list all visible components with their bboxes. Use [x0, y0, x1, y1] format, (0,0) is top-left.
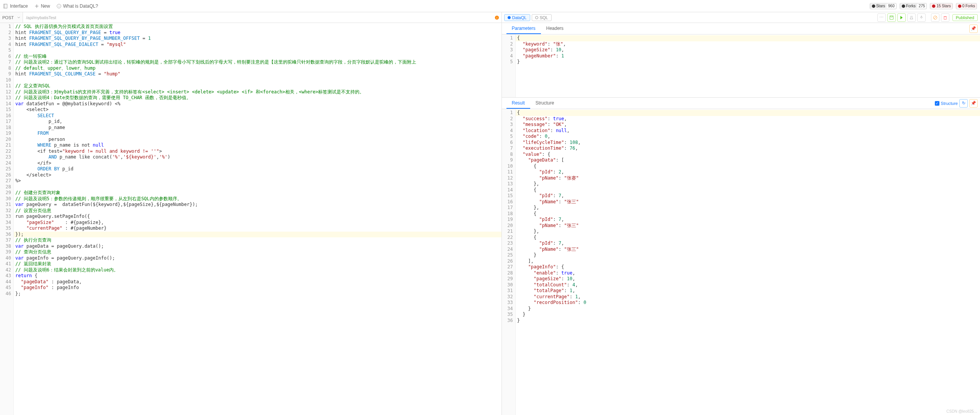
- gitee-forks-badge[interactable]: 0 Forks: [956, 3, 977, 9]
- trash-icon: [943, 15, 947, 20]
- top-header: Interface New i What is DataQL? Stars 96…: [0, 0, 980, 12]
- svg-rect-0: [4, 4, 7, 8]
- flask-icon: [909, 15, 914, 20]
- radio-icon: [535, 16, 538, 19]
- plus-icon: [34, 3, 39, 9]
- tab-result[interactable]: Result: [506, 98, 530, 109]
- main-gutter: 1234567891011121314151617181920212223242…: [0, 23, 14, 415]
- left-pane: POST i 123456789101112131415161718192021…: [0, 12, 502, 415]
- params-tabs: Parameters Headers 📌: [502, 23, 980, 34]
- right-pane: DataQL SQL ⋯: [502, 12, 980, 415]
- svg-point-6: [872, 4, 875, 8]
- ban-icon: [933, 15, 938, 20]
- tab-dataql[interactable]: DataQL: [504, 14, 530, 21]
- delete-button[interactable]: [941, 13, 949, 22]
- interface-button[interactable]: Interface: [3, 3, 28, 9]
- lang-tabs-bar: DataQL SQL ⋯: [502, 12, 980, 23]
- params-code[interactable]: { "keyword": "张", "pageSize": 10, "pageN…: [516, 34, 980, 97]
- save-button[interactable]: [887, 13, 896, 22]
- gitee-stars-badge[interactable]: 15 Stars: [930, 3, 952, 9]
- radio-icon: [508, 16, 511, 19]
- gitee-icon: [932, 4, 936, 8]
- svg-rect-16: [944, 16, 946, 19]
- gitee-icon: [958, 4, 962, 8]
- url-input[interactable]: [23, 12, 492, 23]
- result-gutter: 1234567891011121314151617181920212223242…: [502, 109, 516, 415]
- new-button[interactable]: New: [34, 3, 50, 9]
- result-editor[interactable]: 1234567891011121314151617181920212223242…: [502, 109, 980, 415]
- params-gutter: 12345: [502, 34, 516, 97]
- info-icon: i: [56, 3, 62, 9]
- svg-point-9: [958, 4, 961, 8]
- run-button[interactable]: [897, 13, 906, 22]
- smoke-button[interactable]: [907, 13, 916, 22]
- what-is-button[interactable]: i What is DataQL?: [56, 3, 98, 9]
- tab-sql[interactable]: SQL: [532, 14, 552, 21]
- new-label: New: [41, 3, 50, 9]
- svg-line-15: [934, 16, 936, 19]
- published-badge: Published: [952, 14, 978, 21]
- github-icon: [902, 4, 905, 8]
- params-editor[interactable]: 12345 { "keyword": "张", "pageSize": 10, …: [502, 34, 980, 97]
- main-code[interactable]: // SQL 执行器切换为分页模式及首页页面设置hint FRAGMENT_SQ…: [14, 23, 501, 415]
- header-right: Stars 960 Forks 275 15 Stars 0 Forks: [870, 3, 977, 9]
- refresh-icon[interactable]: ↻: [959, 99, 968, 108]
- result-code[interactable]: { "success": true, "message": "OK", "loc…: [516, 109, 980, 415]
- result-section: Result Structure ✓ Structure ↻ 📌 1234567…: [502, 98, 980, 415]
- interface-label: Interface: [10, 3, 28, 9]
- header-left: Interface New i What is DataQL?: [3, 3, 98, 9]
- params-section: Parameters Headers 📌 12345 { "keyword": …: [502, 23, 980, 98]
- pin-icon[interactable]: 📌: [969, 25, 978, 33]
- method-select[interactable]: POST: [0, 12, 23, 23]
- svg-point-8: [932, 4, 936, 8]
- save-icon: [889, 15, 894, 20]
- svg-rect-12: [890, 16, 893, 19]
- tab-sql-label: SQL: [540, 15, 548, 20]
- tab-dataql-label: DataQL: [512, 15, 527, 20]
- svg-point-7: [902, 4, 905, 8]
- request-bar: POST i: [0, 12, 501, 23]
- what-is-label: What is DataQL?: [63, 3, 98, 9]
- svg-text:i: i: [59, 5, 59, 7]
- check-icon: ✓: [935, 101, 939, 106]
- structure-checkbox[interactable]: ✓ Structure: [935, 101, 958, 106]
- method-label: POST: [2, 15, 14, 20]
- gh-stars-badge[interactable]: Stars 960: [870, 3, 897, 9]
- rocket-icon: [919, 15, 924, 20]
- more-button[interactable]: ⋯: [877, 13, 886, 22]
- app-root: Interface New i What is DataQL? Stars 96…: [0, 0, 980, 415]
- tab-parameters[interactable]: Parameters: [506, 23, 541, 34]
- tab-structure[interactable]: Structure: [530, 98, 560, 109]
- github-icon: [872, 4, 875, 8]
- result-tabs: Result Structure ✓ Structure ↻ 📌: [502, 98, 980, 109]
- tab-headers[interactable]: Headers: [541, 23, 569, 34]
- disable-button[interactable]: [931, 13, 939, 22]
- url-info-icon[interactable]: i: [492, 15, 501, 20]
- main-split: POST i 123456789101112131415161718192021…: [0, 12, 980, 415]
- main-editor[interactable]: 1234567891011121314151617181920212223242…: [0, 23, 501, 415]
- publish-button[interactable]: [917, 13, 926, 22]
- book-icon: [3, 3, 8, 9]
- gh-forks-badge[interactable]: Forks 275: [900, 3, 927, 9]
- info-circle-icon: i: [494, 15, 500, 20]
- pin-icon[interactable]: 📌: [969, 99, 978, 108]
- svg-rect-13: [890, 16, 892, 17]
- watermark: CSDN @leo825...: [946, 409, 977, 413]
- chevron-down-icon: [17, 16, 20, 19]
- play-icon: [899, 15, 904, 20]
